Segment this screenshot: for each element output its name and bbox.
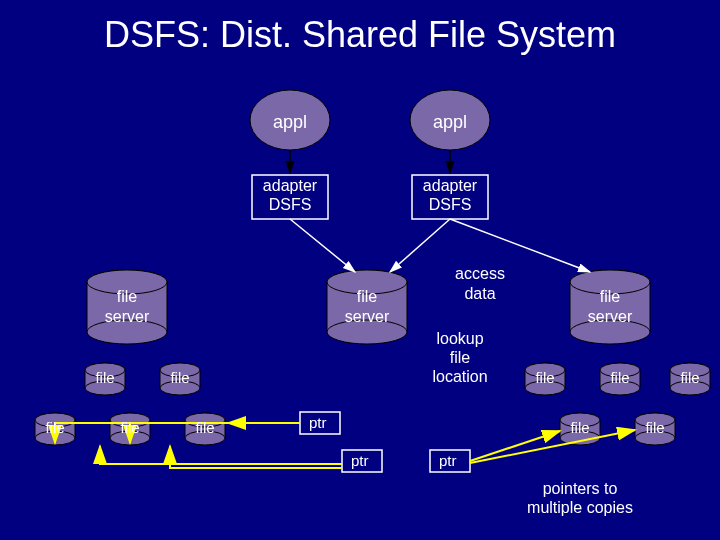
fs-mid-line1: file xyxy=(327,288,407,306)
file-label-L1: file xyxy=(85,369,125,386)
lookup-label-2: file xyxy=(420,349,500,367)
file-label-R4: file xyxy=(560,419,600,436)
arrow-ptr2-file-L2a xyxy=(100,446,342,464)
adapter-label-right-1: adapter xyxy=(412,177,488,195)
file-label-R1: file xyxy=(525,369,565,386)
arrow-ptr1-file-L3 xyxy=(55,423,300,443)
file-label-R2: file xyxy=(600,369,640,386)
fs-right-line2: server xyxy=(570,308,650,326)
lookup-label-1: lookup xyxy=(420,330,500,348)
file-label-L3: file xyxy=(35,419,75,436)
adapter-label-left-2: DSFS xyxy=(252,196,328,214)
access-label-2: data xyxy=(440,285,520,303)
fs-left-line2: server xyxy=(87,308,167,326)
pointers-label-1: pointers to xyxy=(500,480,660,498)
arrow-ptr3-file-R5 xyxy=(470,430,635,463)
lookup-label-3: location xyxy=(420,368,500,386)
page-title: DSFS: Dist. Shared File System xyxy=(0,14,720,56)
ptr-label-1: ptr xyxy=(309,414,327,431)
file-label-L5: file xyxy=(185,419,225,436)
adapter-label-right-2: DSFS xyxy=(412,196,488,214)
appl-label-right: appl xyxy=(430,112,470,133)
adapter-label-left-1: adapter xyxy=(252,177,328,195)
arrow-adapter-left-to-fs xyxy=(290,219,355,272)
fs-left-line1: file xyxy=(87,288,167,306)
ptr-label-3: ptr xyxy=(439,452,457,469)
file-label-R5: file xyxy=(635,419,675,436)
fs-mid-line2: server xyxy=(327,308,407,326)
file-label-L4: file xyxy=(110,419,150,436)
appl-label-left: appl xyxy=(270,112,310,133)
file-label-R3: file xyxy=(670,369,710,386)
access-label-1: access xyxy=(440,265,520,283)
fs-right-line1: file xyxy=(570,288,650,306)
ptr-label-2: ptr xyxy=(351,452,369,469)
file-label-L2: file xyxy=(160,369,200,386)
pointers-label-2: multiple copies xyxy=(500,499,660,517)
arrow-ptr3-file-R4 xyxy=(470,431,560,461)
